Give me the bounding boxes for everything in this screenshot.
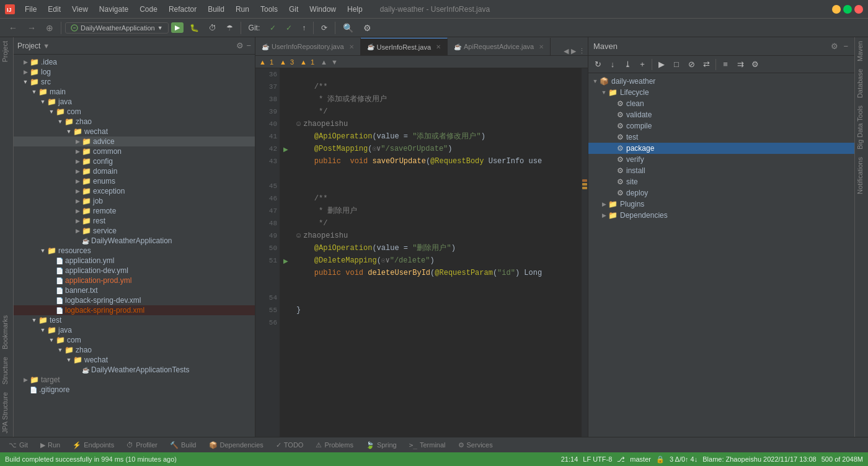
maven-test[interactable]: ⚙ test — [588, 132, 854, 143]
tab-git[interactable]: ⌥ Git — [2, 437, 34, 453]
tab-profiler[interactable]: ⏱ Profiler — [120, 437, 164, 453]
fwd-btn[interactable]: → — [24, 20, 40, 35]
sidebar-notifications-label[interactable]: Notifications — [855, 153, 868, 198]
tab-nav-left[interactable]: ◀ — [564, 47, 569, 55]
profile-btn[interactable]: ⏱ — [205, 20, 220, 35]
run-button[interactable]: ▶ — [171, 22, 184, 33]
tab-spring[interactable]: 🍃 Spring — [360, 437, 403, 453]
tab-api-advice[interactable]: ☕ ApiRequestAdvice.java ✕ — [448, 38, 551, 55]
tree-item-logback-prod[interactable]: 📄 logback-spring-prod.xml — [14, 305, 255, 315]
tree-item-wechat[interactable]: ▼ 📁 wechat — [14, 127, 255, 137]
maven-dependencies[interactable]: ▶ 📁 Dependencies — [588, 210, 854, 221]
back-btn[interactable]: ← — [5, 20, 21, 35]
maven-download-btn[interactable]: ↓ — [606, 58, 619, 71]
warning-nav-down[interactable]: ▼ — [331, 58, 338, 66]
run-gutter-icon-51[interactable]: ▶ — [283, 258, 288, 264]
tree-item-enums[interactable]: ▶ 📁 enums — [14, 176, 255, 186]
maven-download2-btn[interactable]: ⤓ — [621, 58, 634, 71]
tree-item-zhao[interactable]: ▼ 📁 zhao — [14, 117, 255, 127]
run-config-selector[interactable]: DailyWeatherApplication ▼ — [65, 22, 169, 34]
tree-item-app-prod-yml[interactable]: 📄 application-prod.yml — [14, 276, 255, 285]
menu-help[interactable]: Help — [342, 4, 368, 15]
search-btn[interactable]: 🔍 — [339, 20, 357, 35]
maven-plugins[interactable]: ▶ 📁 Plugins — [588, 199, 854, 210]
tab-endpoints[interactable]: ⚡ Endpoints — [66, 437, 120, 453]
tab-services[interactable]: ⚙ Services — [452, 437, 499, 453]
recent-files-btn[interactable]: ⊕ — [42, 20, 57, 35]
maven-refresh-btn[interactable]: ↻ — [591, 58, 604, 71]
git-btn[interactable]: Git: — [245, 20, 264, 35]
sidebar-project-label[interactable]: Project — [0, 37, 13, 66]
settings-btn[interactable]: ⚙ — [360, 20, 375, 35]
tree-item-banner[interactable]: 📄 banner.txt — [14, 285, 255, 295]
tree-item-advice[interactable]: ▶ 📁 advice — [14, 137, 255, 146]
menu-window[interactable]: Window — [304, 4, 341, 15]
maximize-button[interactable] — [843, 5, 852, 14]
tree-item-dwapp[interactable]: ☕ DailyWeatherApplication — [14, 236, 255, 246]
tree-item-com[interactable]: ▼ 📁 com — [14, 107, 255, 117]
close-tab-rest[interactable]: ✕ — [436, 43, 441, 50]
git-check2-icon[interactable]: ✓ — [282, 20, 296, 35]
maven-verify[interactable]: ⚙ verify — [588, 154, 854, 165]
debug-btn[interactable]: 🐛 — [186, 20, 203, 35]
maven-validate[interactable]: ⚙ validate — [588, 109, 854, 120]
maven-expand-btn[interactable]: ⇉ — [733, 58, 747, 71]
tree-item-dwtests[interactable]: ☕ DailyWeatherApplicationTests — [14, 365, 255, 375]
close-tab-repo[interactable]: ✕ — [349, 43, 354, 50]
git-push-icon[interactable]: ↑ — [298, 20, 309, 35]
sidebar-jpa-label[interactable]: JPA Structure — [0, 388, 13, 437]
tree-item-gitignore[interactable]: 📄 .gitignore — [14, 385, 255, 395]
menu-build[interactable]: Build — [203, 4, 229, 15]
status-encoding[interactable]: LF UTF-8 — [583, 455, 612, 463]
tree-item-com-test[interactable]: ▼ 📁 com — [14, 335, 255, 345]
tree-item-java-main[interactable]: ▼ 📁 java — [14, 97, 255, 107]
maven-run-btn[interactable]: ▶ — [655, 58, 668, 71]
tree-item-target[interactable]: ▶ 📁 target — [14, 375, 255, 385]
project-panel-collapse[interactable]: − — [246, 41, 251, 50]
status-memory[interactable]: 500 of 2048M — [822, 455, 863, 463]
maven-clean[interactable]: ⚙ clean — [588, 98, 854, 109]
maven-skip-test-btn[interactable]: ⊘ — [684, 58, 698, 71]
maven-add-btn[interactable]: + — [636, 58, 649, 71]
tab-todo[interactable]: ✓ TODO — [270, 437, 310, 453]
tab-nav-right[interactable]: ▶ — [571, 47, 576, 55]
tree-item-rest[interactable]: ▶ 📁 rest — [14, 216, 255, 226]
maven-collapse-btn[interactable]: ≡ — [719, 58, 732, 71]
tree-item-logback-dev[interactable]: 📄 logback-spring-dev.xml — [14, 295, 255, 305]
tree-item-remote[interactable]: ▶ 📁 remote — [14, 206, 255, 216]
maven-compile[interactable]: ⚙ compile — [588, 120, 854, 132]
tree-item-common[interactable]: ▶ 📁 common — [14, 146, 255, 156]
maven-deploy[interactable]: ⚙ deploy — [588, 187, 854, 199]
tree-item-job[interactable]: ▶ 📁 job — [14, 196, 255, 206]
sidebar-database-label[interactable]: Database — [855, 65, 868, 102]
tab-problems[interactable]: ⚠ Problems — [309, 437, 359, 453]
project-panel-dropdown[interactable]: ▼ — [43, 42, 50, 50]
close-tab-advice[interactable]: ✕ — [539, 43, 544, 50]
maven-settings-icon[interactable]: ⚙ — [830, 40, 839, 52]
maven-run-debug-btn[interactable]: □ — [670, 58, 683, 71]
sidebar-bigdata-label[interactable]: Big Data Tools — [855, 102, 868, 153]
menu-git[interactable]: Git — [284, 4, 303, 15]
menu-edit[interactable]: Edit — [43, 4, 66, 15]
sidebar-maven-label[interactable]: Maven — [855, 37, 868, 65]
tab-userinfo-rest[interactable]: ☕ UserInfoRest.java ✕ — [361, 38, 448, 55]
tab-dependencies[interactable]: 📦 Dependencies — [203, 437, 270, 453]
maven-exec-btn[interactable]: ⚙ — [748, 58, 762, 71]
tree-item-test[interactable]: ▼ 📁 test — [14, 315, 255, 325]
tree-item-log[interactable]: ▶ 📁 log — [14, 67, 255, 77]
tree-item-java-test[interactable]: ▼ 📁 java — [14, 325, 255, 335]
tree-item-app-dev-yml[interactable]: 📄 application-dev.yml — [14, 266, 255, 276]
git-check-icon[interactable]: ✓ — [266, 20, 280, 35]
tree-item-resources[interactable]: ▼ 📁 resources — [14, 246, 255, 256]
tree-item-idea[interactable]: ▶ 📁 .idea — [14, 57, 255, 67]
maven-package[interactable]: ⚙ package — [588, 143, 854, 154]
warning-nav-up[interactable]: ▲ — [321, 58, 327, 66]
tree-item-domain[interactable]: ▶ 📁 domain — [14, 166, 255, 176]
maven-close-icon[interactable]: − — [842, 40, 849, 52]
tree-item-config[interactable]: ▶ 📁 config — [14, 156, 255, 166]
code-area[interactable]: /** * 添加或者修改用户 */ ☺ zhaopeishu @ApiOpera… — [291, 68, 582, 437]
status-branch[interactable]: master — [630, 455, 651, 463]
menu-refactor[interactable]: Refactor — [164, 4, 202, 15]
status-position[interactable]: 21:14 — [561, 455, 578, 463]
tab-terminal[interactable]: >_ Terminal — [403, 437, 452, 453]
